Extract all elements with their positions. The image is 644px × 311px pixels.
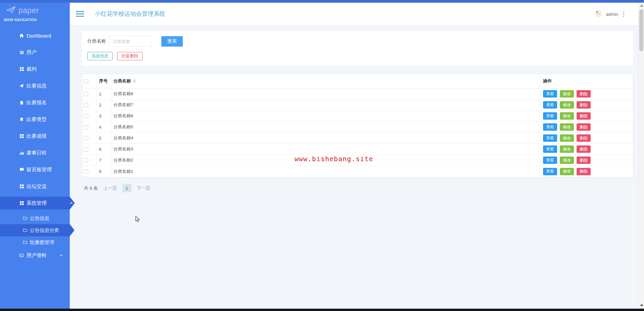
- search-button[interactable]: 搜索: [161, 36, 183, 47]
- vertical-scrollbar[interactable]: [638, 3, 644, 309]
- view-button[interactable]: 查看: [543, 112, 557, 120]
- watermark-text: www.bishebang.site: [294, 155, 373, 163]
- search-label: 分类名称: [87, 38, 106, 44]
- delete-button[interactable]: 删除: [577, 145, 591, 153]
- edit-button[interactable]: 修改: [560, 112, 574, 120]
- avatar[interactable]: [595, 10, 602, 18]
- sidebar-item-forum[interactable]: 论坛交流: [0, 180, 70, 193]
- sidebar-item-match-type[interactable]: 比赛类型: [0, 113, 70, 126]
- sidebar-subitem-carousel-mgmt[interactable]: 轮播图管理: [0, 236, 70, 248]
- top-edge-strip: [0, 0, 644, 3]
- user-menu[interactable]: admin: [595, 3, 626, 25]
- cell-index: 7: [97, 155, 112, 166]
- scroll-down-arrow-icon[interactable]: [640, 305, 643, 307]
- delete-button[interactable]: 删除: [577, 157, 591, 164]
- batch-delete-button[interactable]: 批量删除: [117, 52, 143, 60]
- paper-plane-logo-icon: [6, 5, 16, 15]
- hamburger-menu-icon[interactable]: [76, 11, 84, 18]
- select-all-checkbox[interactable]: [84, 79, 88, 83]
- row-checkbox[interactable]: [84, 103, 88, 107]
- table-row: 5 分类名称4 查看 修改 删除: [82, 133, 633, 144]
- delete-button[interactable]: 删除: [577, 112, 591, 120]
- sidebar-item-referee[interactable]: 裁判: [0, 63, 70, 75]
- add-info-button[interactable]: 添加信息: [87, 52, 113, 60]
- row-checkbox[interactable]: [84, 92, 88, 96]
- chevron-up-icon: [69, 201, 73, 205]
- cell-index: 6: [97, 144, 112, 154]
- sidebar-item-label: 比赛信息: [26, 83, 47, 89]
- sidebar-subitem-notice-info[interactable]: 公告信息: [0, 212, 70, 224]
- table-header-row: 序号 分类名称 操作: [82, 74, 633, 88]
- edit-button[interactable]: 修改: [560, 123, 574, 131]
- sort-icon[interactable]: [133, 79, 136, 83]
- view-button[interactable]: 查看: [543, 168, 557, 175]
- edit-button[interactable]: 修改: [560, 168, 574, 175]
- logo-text: paper: [18, 6, 39, 15]
- cell-name: 分类名称1: [112, 166, 540, 177]
- delete-button[interactable]: 删除: [577, 101, 591, 109]
- row-checkbox[interactable]: [84, 169, 88, 174]
- sidebar-item-match-score[interactable]: 比赛成绩: [0, 130, 70, 142]
- delete-button[interactable]: 删除: [577, 134, 591, 142]
- username[interactable]: admin: [606, 12, 618, 17]
- sidebar-subitem-notice-category[interactable]: 公告信息分类: [0, 224, 70, 236]
- edit-button[interactable]: 修改: [560, 101, 574, 109]
- next-page-link[interactable]: 下一页: [137, 185, 151, 191]
- row-checkbox[interactable]: [84, 136, 88, 140]
- view-button[interactable]: 查看: [543, 134, 557, 142]
- sidebar-item-message-board[interactable]: 留言板管理: [0, 163, 70, 176]
- row-checkbox[interactable]: [84, 147, 88, 151]
- table-row: 2 分类名称7 查看 修改 删除: [82, 100, 633, 111]
- sidebar-item-user-profile[interactable]: 用户资料: [0, 249, 70, 262]
- view-button[interactable]: 查看: [543, 90, 557, 98]
- cell-name: 分类名称7: [112, 100, 540, 110]
- grid-icon: [19, 134, 24, 138]
- view-button[interactable]: 查看: [543, 157, 557, 164]
- delete-button[interactable]: 删除: [577, 90, 591, 98]
- row-checkbox[interactable]: [84, 158, 88, 163]
- search-form: 分类名称 搜索: [87, 36, 183, 47]
- mouse-cursor: [135, 216, 140, 223]
- book-icon: [19, 117, 24, 122]
- logo[interactable]: paper: [0, 3, 70, 14]
- prev-page-link[interactable]: 上一页: [103, 185, 117, 191]
- sidebar-item-label: 比赛类型: [26, 116, 47, 123]
- total-count: 共 8 条: [84, 185, 98, 191]
- delete-button[interactable]: 删除: [577, 123, 591, 131]
- folder-icon: [23, 215, 28, 221]
- idcard-icon: [19, 253, 24, 258]
- sidebar-subitem-label: 公告信息分类: [30, 227, 59, 234]
- cell-index: 3: [97, 111, 112, 121]
- scroll-up-arrow-icon[interactable]: [640, 5, 643, 7]
- edit-button[interactable]: 修改: [560, 157, 574, 164]
- sidebar-item-label: 裁判: [26, 66, 37, 72]
- cell-name: 分类名称5: [112, 122, 540, 132]
- search-input[interactable]: [109, 36, 152, 47]
- sidebar-item-system-mgmt[interactable]: 系统管理: [0, 197, 70, 209]
- grid-icon: [19, 184, 24, 189]
- sidebar-item-users[interactable]: 用户: [0, 46, 70, 59]
- sidebar-item-label: 留言板管理: [26, 167, 52, 173]
- comment-icon: [19, 167, 24, 172]
- ellipsis-menu-icon[interactable]: [622, 10, 626, 18]
- cell-index: 8: [97, 166, 112, 177]
- sidebar-item-dashboard[interactable]: Dashboard: [0, 29, 70, 42]
- delete-button[interactable]: 删除: [577, 168, 591, 175]
- sidebar-item-schedule[interactable]: 赛事日程: [0, 146, 70, 159]
- row-checkbox[interactable]: [84, 114, 88, 118]
- sidebar-subitem-label: 公告信息: [30, 215, 49, 222]
- sidebar-item-match-info[interactable]: 比赛信息: [0, 79, 70, 92]
- edit-button[interactable]: 修改: [560, 145, 574, 153]
- row-checkbox[interactable]: [84, 125, 88, 129]
- view-button[interactable]: 查看: [543, 101, 557, 109]
- grid-icon: [19, 67, 24, 71]
- edit-button[interactable]: 修改: [560, 134, 574, 142]
- cell-name: 分类名称8: [112, 88, 540, 99]
- search-panel: 分类名称 搜索 添加信息 批量删除: [82, 31, 633, 66]
- sidebar-item-match-signup[interactable]: 比赛报名: [0, 96, 70, 109]
- view-button[interactable]: 查看: [543, 123, 557, 131]
- scrollbar-thumb[interactable]: [639, 9, 643, 51]
- edit-button[interactable]: 修改: [560, 90, 574, 98]
- current-page[interactable]: 1: [122, 184, 131, 192]
- view-button[interactable]: 查看: [543, 145, 557, 153]
